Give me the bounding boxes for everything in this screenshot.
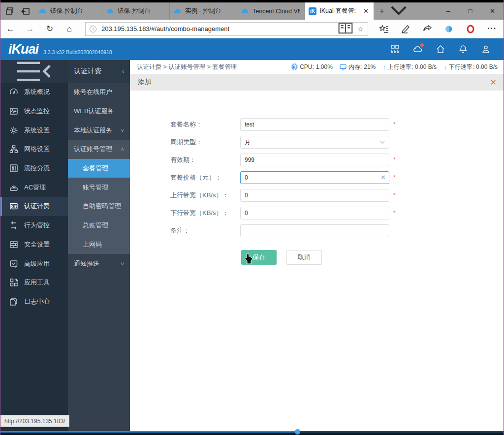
submenu-item-auth-account-mgmt[interactable]: 认证账号管理 ˄ — [68, 140, 130, 159]
bell-icon[interactable] — [458, 44, 468, 54]
more-menu-icon[interactable]: ··· — [487, 24, 497, 34]
tab-mirror-console-2[interactable]: 镜像-控制台 — [102, 2, 170, 20]
remark-input[interactable] — [240, 224, 389, 237]
period-type-select[interactable]: 月 — [240, 136, 389, 149]
home-icon[interactable]: ⌂ — [60, 24, 79, 34]
tab-list-chevron-icon[interactable] — [390, 2, 407, 20]
sidebar-item-network-settings[interactable]: 网络设置 — [0, 140, 68, 159]
submenu-item-combo-management[interactable]: 套餐管理 — [68, 159, 130, 178]
sidebar-collapse-button[interactable] — [0, 60, 68, 83]
minimize-button[interactable]: – — [437, 2, 459, 20]
tab-ikuai-active[interactable]: iK iKuai-套餐管: ✕ — [305, 2, 374, 20]
url-text[interactable]: 203.195.135.183/#/auth/combo-management — [101, 25, 338, 32]
combo-name-input[interactable] — [240, 118, 389, 131]
apps-grid-icon[interactable] — [390, 44, 400, 54]
home-icon[interactable] — [436, 44, 445, 54]
sidebar-item-label: 安全设置 — [24, 240, 50, 249]
cancel-button[interactable]: 取消 — [286, 250, 322, 265]
video-progress-bar[interactable] — [0, 431, 504, 435]
progress-handle[interactable] — [295, 429, 300, 435]
mouse-cursor — [244, 253, 253, 265]
user-icon[interactable] — [481, 44, 491, 54]
upload-stat: ↑ 上行速率: 0.00 B/s — [382, 63, 437, 71]
validity-label: 有效期： — [170, 155, 240, 164]
tab-tencent-cloud[interactable]: Tencent Cloud VN — [237, 2, 305, 20]
memory-label: 内存: — [348, 63, 362, 71]
sidebar-item-system-overview[interactable]: 系统概况 — [0, 83, 68, 102]
submenu-item-online-users[interactable]: 账号在线用户 — [68, 83, 130, 102]
submenu-item-label: 上网码 — [83, 240, 102, 249]
sidebar-item-app-tools[interactable]: 应用工具 — [0, 273, 68, 292]
tab-instance-console[interactable]: 实例 - 控制台 — [170, 2, 237, 20]
collapse-chevron-icon[interactable]: ‹ — [122, 68, 124, 75]
sidebar-item-ac-management[interactable]: AC管理 — [0, 178, 68, 197]
chevron-down-icon: ˅ — [121, 127, 124, 133]
tab-mirror-console-1[interactable]: 镜像-控制台 — [35, 2, 102, 20]
notification-dot — [420, 43, 424, 47]
form-row: 上行带宽（KB/s）： * — [170, 189, 504, 202]
sidebar-item-label: 认证计费 — [24, 202, 50, 211]
tab-preview-icon[interactable] — [5, 7, 14, 16]
reading-view-icon[interactable] — [338, 22, 353, 35]
clear-input-icon[interactable]: ✕ — [380, 174, 386, 182]
tencent-cloud-favicon — [241, 7, 249, 15]
form-row: 周期类型： 月 — [170, 136, 504, 149]
sidebar-item-security-settings[interactable]: 安全设置 — [0, 235, 68, 254]
form-row: 有效期： * — [170, 154, 504, 166]
tab-bar: 镜像-控制台 镜像-控制台 实例 - 控制台 Tencent Cloud VN … — [0, 2, 504, 20]
submenu-item-notification-push[interactable]: 通知推送 ˅ — [68, 254, 130, 273]
sidebar-item-traffic-control[interactable]: 流控分流 — [0, 159, 68, 178]
form-buttons: 保存 取消 — [241, 250, 504, 265]
form-row: 备注： — [170, 224, 504, 237]
url-field[interactable]: i 203.195.135.183/#/auth/combo-managemen… — [85, 22, 368, 36]
panel-close-icon[interactable]: ✕ — [490, 78, 497, 87]
sidebar-item-advanced-apps[interactable]: 高级应用 — [0, 254, 68, 273]
close-button[interactable]: ✕ — [481, 2, 504, 20]
tab-title: 镜像-控制台 — [50, 7, 98, 15]
sidebar-item-log-center[interactable]: 日志中心 — [0, 292, 68, 311]
combo-name-label: 套餐名称： — [170, 120, 240, 129]
favorite-star-icon[interactable]: ☆ — [353, 25, 368, 33]
sidebar-item-status-monitor[interactable]: 状态监控 — [0, 102, 68, 121]
tencent-cloud-favicon — [106, 7, 114, 15]
back-icon[interactable]: ← — [0, 24, 20, 34]
memory-value: 21% — [364, 63, 376, 70]
voice-assistant-icon[interactable] — [444, 24, 454, 34]
cloud-icon[interactable] — [413, 44, 423, 54]
combo-price-input[interactable] — [240, 171, 389, 184]
ikuai-logo: iKuai — [8, 42, 38, 57]
forward-icon[interactable]: → — [20, 24, 40, 34]
hub-favorites-icon[interactable] — [379, 24, 389, 34]
submenu-item-local-auth[interactable]: 本地认证服务 ˅ — [68, 121, 130, 140]
submenu-item-account-management[interactable]: 账号管理 — [68, 178, 130, 197]
sidebar-item-auth-billing[interactable]: 认证计费 — [0, 197, 68, 216]
set-tabs-aside-icon[interactable] — [21, 7, 30, 16]
progress-fill — [0, 431, 297, 433]
tab-close-icon[interactable]: ✕ — [362, 7, 370, 15]
tab-title: 实例 - 控制台 — [185, 7, 233, 15]
submenu-item-label: 认证账号管理 — [74, 145, 112, 154]
tools-grid-icon — [9, 278, 18, 287]
upload-value: 0.00 B/s — [415, 63, 437, 70]
submenu-item-web-auth[interactable]: WEB认证服务 — [68, 102, 130, 121]
refresh-icon[interactable]: ↻ — [40, 24, 60, 34]
validity-input[interactable] — [240, 154, 389, 166]
submenu-item-label: 自助密码管理 — [83, 202, 121, 211]
maximize-button[interactable]: □ — [459, 2, 481, 20]
opera-extension-icon[interactable] — [466, 24, 475, 34]
sidebar-item-system-settings[interactable]: 系统设置 — [0, 121, 68, 140]
site-info-icon[interactable]: i — [90, 26, 96, 32]
submenu-item-internet-code[interactable]: 上网码 — [68, 235, 130, 254]
download-bandwidth-input[interactable] — [240, 207, 389, 219]
submenu-header[interactable]: 认证计费 ‹ — [68, 60, 130, 83]
memory-stat: 内存: 21% — [340, 63, 376, 71]
sidebar-item-label: 日志中心 — [24, 297, 50, 306]
upload-bandwidth-input[interactable] — [240, 189, 389, 202]
share-icon[interactable] — [422, 24, 432, 34]
submenu-item-self-password[interactable]: 自助密码管理 — [68, 197, 130, 216]
new-tab-button[interactable]: + — [374, 2, 390, 20]
submenu-item-ledger-management[interactable]: 总账管理 — [68, 216, 130, 235]
main-content: 认证计费 > 认证账号管理 > 套餐管理 CPU: 1.00% 内存: 21% … — [130, 60, 504, 431]
web-note-pen-icon[interactable] — [401, 24, 410, 34]
sidebar-item-behavior-control[interactable]: 行为管控 — [0, 216, 68, 235]
